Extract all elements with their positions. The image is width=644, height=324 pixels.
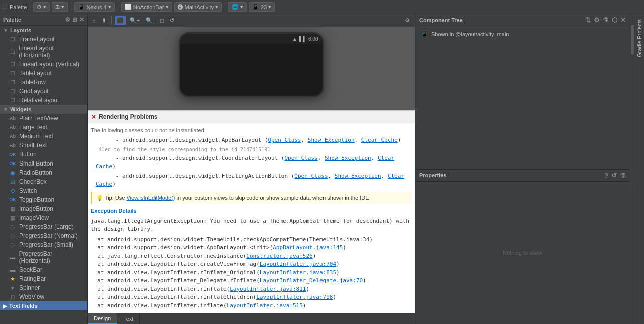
layouts-section-label: Layouts [10, 27, 31, 33]
right-scrollbar[interactable] [630, 14, 634, 324]
right-scrollbar-thumb[interactable] [631, 25, 634, 55]
component-tree-title: Component Tree [419, 17, 463, 23]
toolbar-settings-btn[interactable]: ⚙ ▾ [33, 2, 50, 12]
seekbar-icon: ▬ [9, 267, 16, 273]
layout-inflater-835-link[interactable]: LayoutInflater.java:835 [260, 269, 336, 276]
error-close-btn[interactable]: × [92, 113, 96, 121]
gradle-label[interactable]: Gradle Projects [636, 19, 642, 57]
layout-inflater-811-link[interactable]: LayoutInflater.java:811 [230, 286, 306, 292]
small-text-label: Small Text [19, 142, 47, 149]
palette-item-gridlayout[interactable]: ☐ GridLayout [0, 87, 87, 96]
view-edit-mode-link[interactable]: View.isInEditMode() [126, 195, 175, 201]
open-class-link-2[interactable]: Open Class [285, 155, 318, 161]
palette-item-tablerow[interactable]: ☐ TableRow [0, 78, 87, 87]
palette-item-small-button[interactable]: OK Small Button [0, 159, 87, 168]
palette-item-small-text[interactable]: Ab Small Text [0, 141, 87, 150]
separator-2 [71, 3, 71, 12]
palette-item-framelayout[interactable]: ☐ FrameLayout [0, 35, 87, 44]
palette-search-icon[interactable]: ⊞ [72, 16, 77, 23]
layout-inflater-515-link[interactable]: LayoutInflater.java:515 [227, 302, 303, 309]
imagebutton-label: ImageButton [19, 205, 53, 212]
properties-empty: Nothing to show [415, 182, 630, 325]
expand-tree-icon[interactable]: ⬡ [612, 16, 617, 24]
palette-item-radiobutton[interactable]: ◉ RadioButton [0, 168, 87, 177]
section-header-text-fields[interactable]: ▶ Text Fields [0, 301, 87, 310]
activity-dropdown-icon: ▾ [215, 4, 218, 10]
design-settings-btn[interactable]: ⚙ [403, 16, 412, 25]
tab-design[interactable]: Design [88, 313, 117, 324]
layout-inflater-delegate-link[interactable]: LayoutInflater_Delegate.java:70 [260, 277, 363, 284]
palette-item-ratingbar[interactable]: ★ RatingBar [0, 274, 87, 283]
nexus-btn[interactable]: 📱 Nexus 4 ▾ [74, 2, 114, 12]
design-viewport[interactable]: ▲ ▌▌ 6:00 [88, 27, 415, 110]
show-exception-link-1[interactable]: Show Exception [308, 137, 355, 143]
exception-details-title: Exception Details [91, 208, 137, 214]
palette-item-progressbar-large[interactable]: ◌ ProgressBar (Large) [0, 222, 87, 231]
api-btn[interactable]: 📱 23 ▾ [249, 2, 275, 12]
palette-item-seekbar[interactable]: ▬ SeekBar [0, 265, 87, 274]
layout-btn[interactable]: ⬜ NoActionBar ▾ [121, 2, 172, 12]
palette-item-progressbar-normal[interactable]: ◌ ProgressBar (Normal) [0, 231, 87, 240]
palette-item-imagebutton[interactable]: ▦ ImageButton [0, 204, 87, 213]
properties-help-icon[interactable]: ? [604, 172, 608, 179]
component-tree-header: Component Tree ⇅ ⚙ ⚗ ⬡ ✕ [415, 14, 630, 26]
tree-item-activity[interactable]: 📱 Shown in @layout/activity_main [418, 29, 627, 39]
zoom-out-btn[interactable]: 🔍- [144, 16, 157, 25]
sort-icon[interactable]: ⇅ [585, 16, 591, 24]
activity-btn[interactable]: 🅐 MainActivity ▾ [174, 2, 222, 12]
actual-size-btn[interactable]: □ [159, 17, 166, 25]
properties-filter-icon[interactable]: ⚗ [620, 172, 626, 179]
properties-refresh-icon[interactable]: ↺ [611, 172, 617, 179]
rotate-btn[interactable]: ↕ [91, 17, 98, 25]
clear-cache-link-1[interactable]: Clear Cache [361, 137, 398, 143]
palette-close-icon[interactable]: ✕ [79, 16, 84, 23]
palette-item-webview[interactable]: ◻ WebView [0, 292, 87, 301]
progressbar-normal-icon: ◌ [9, 233, 16, 239]
palette-item-relativelayout[interactable]: ☐ RelativeLayout [0, 96, 87, 105]
palette-item-linearlayout-h[interactable]: ☐ LinearLayout (Horizontal) [0, 44, 87, 60]
palette-item-medium-text[interactable]: Ab Medium Text [0, 132, 87, 141]
open-class-link-3[interactable]: Open Class [294, 173, 328, 179]
palette-item-switch[interactable]: ⊙ Switch [0, 186, 87, 195]
section-header-widgets[interactable]: ▼ Widgets [0, 105, 87, 114]
palette-item-progressbar-small[interactable]: ◌ ProgressBar (Small) [0, 240, 87, 249]
fit-screen-btn[interactable]: ⬛ [115, 16, 126, 25]
show-exception-link-3[interactable]: Show Exception [335, 173, 381, 179]
refresh-btn[interactable]: ↺ [168, 16, 176, 25]
relativelayout-label: RelativeLayout [19, 97, 59, 104]
section-header-layouts[interactable]: ▼ Layouts [0, 26, 87, 35]
palette-item-plain-textview[interactable]: Ab Plain TextView [0, 114, 87, 123]
palette-item-large-text[interactable]: Ab Large Text [0, 123, 87, 132]
plain-textview-label: Plain TextView [19, 115, 58, 122]
gear-icon[interactable]: ⚙ [594, 16, 600, 24]
layout-inflater-704-link[interactable]: LayoutInflater.java:704 [260, 261, 336, 267]
palette-item-spinner[interactable]: ▾ Spinner [0, 283, 87, 292]
show-exception-link-2[interactable]: Show Exception [325, 155, 371, 161]
expand-btn[interactable]: ⬆ [100, 16, 108, 25]
layout-inflater-798-link[interactable]: LayoutInflater.java:798 [256, 294, 333, 300]
palette-settings-icon[interactable]: ⚙ [65, 16, 70, 23]
palette-item-checkbox[interactable]: ☑ CheckBox [0, 177, 87, 186]
palette-item-togglebutton[interactable]: OK ToggleButton [0, 195, 87, 204]
radiobutton-label: RadioButton [19, 169, 52, 176]
open-class-link-1[interactable]: Open Class [268, 137, 301, 143]
palette-item-progressbar-horizontal[interactable]: ▬ ProgressBar (Horizontal) [0, 249, 87, 265]
palette-item-button[interactable]: OK Button [0, 150, 87, 159]
constructor-link[interactable]: Constructor.java:526 [246, 253, 312, 259]
activity-icon: 🅐 [178, 4, 183, 10]
toolbar-layout-btn[interactable]: ⊞ ▾ [52, 2, 68, 12]
appbar-link[interactable]: AppBarLayout.java:145 [273, 244, 343, 251]
palette-item-linearlayout-v[interactable]: ☐ LinearLayout (Vertical) [0, 60, 87, 69]
stack-3: at java.lang.reflect.Constructor.newInst… [91, 252, 412, 261]
gradle-panel[interactable]: Gradle Projects [634, 14, 644, 324]
filter-icon[interactable]: ⚗ [603, 16, 609, 24]
separator-1 [30, 3, 30, 12]
close-tree-icon[interactable]: ✕ [620, 16, 626, 24]
zoom-in-btn[interactable]: 🔍+ [128, 16, 142, 25]
progressbar-horizontal-label: ProgressBar (Horizontal) [19, 250, 83, 264]
palette-item-tablelayout[interactable]: ☐ TableLayout [0, 69, 87, 78]
layout-icon: ⬜ [125, 4, 132, 10]
locale-btn[interactable]: 🌐 ▾ [228, 2, 247, 12]
palette-item-imageview[interactable]: ▦ ImageView [0, 213, 87, 222]
tab-text[interactable]: Text [117, 313, 140, 324]
